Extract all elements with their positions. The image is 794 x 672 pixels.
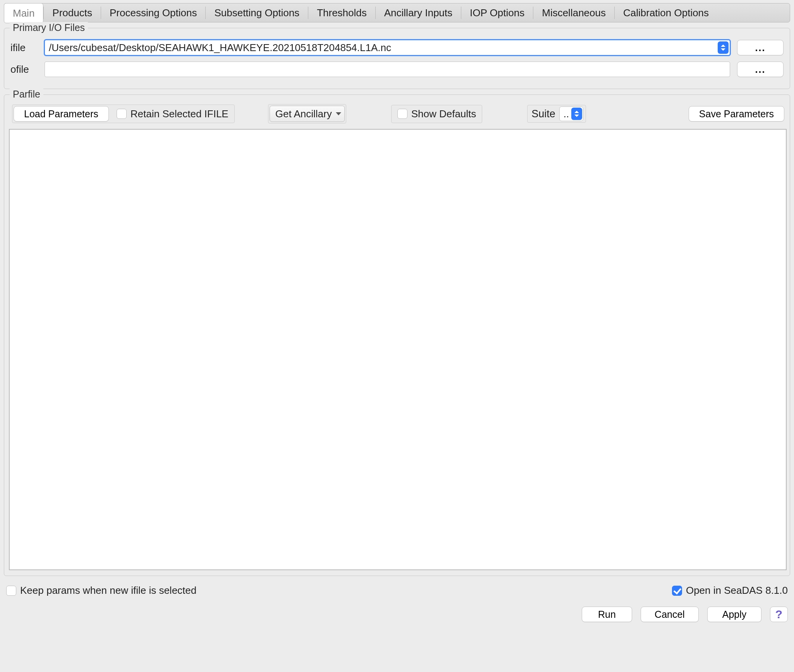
load-parameters-button[interactable]: Load Parameters	[14, 106, 109, 122]
primary-io-title: Primary I/O Files	[10, 22, 88, 33]
chevron-down-icon	[336, 112, 341, 115]
suite-dropdown-icon[interactable]	[571, 108, 582, 120]
tab-main[interactable]: Main	[4, 3, 43, 23]
ifile-browse-button[interactable]: ...	[737, 40, 784, 55]
primary-io-group: Primary I/O Files ifile ... ofile ...	[4, 28, 790, 89]
tab-subsetting-options[interactable]: Subsetting Options	[206, 3, 308, 22]
ofile-label: ofile	[10, 63, 38, 75]
tab-calibration-options[interactable]: Calibration Options	[615, 3, 717, 22]
open-seadas-checkbox[interactable]	[672, 586, 682, 596]
show-defaults-panel: Show Defaults	[391, 105, 483, 123]
tab-products[interactable]: Products	[44, 3, 101, 22]
load-retain-panel: Load Parameters Retain Selected IFILE	[12, 105, 235, 123]
tab-processing-options[interactable]: Processing Options	[101, 3, 205, 22]
ofile-browse-button[interactable]: ...	[737, 62, 784, 77]
tab-miscellaneous[interactable]: Miscellaneous	[533, 3, 614, 22]
get-ancillary-label: Get Ancillary	[275, 108, 332, 120]
ofile-input[interactable]	[45, 62, 730, 77]
ifile-input[interactable]	[45, 40, 730, 55]
show-defaults-checkbox-wrap[interactable]: Show Defaults	[393, 106, 481, 122]
tab-iop-options[interactable]: IOP Options	[461, 3, 533, 22]
dialog-root: Main Products Processing Options Subsett…	[0, 0, 794, 672]
parfile-group: Parfile Load Parameters Retain Selected …	[4, 94, 790, 576]
tab-thresholds[interactable]: Thresholds	[308, 3, 375, 22]
cancel-button[interactable]: Cancel	[641, 607, 699, 622]
bottom-row: Keep params when new ifile is selected O…	[6, 585, 788, 597]
suite-panel: Suite ..	[527, 105, 586, 123]
ofile-row: ofile ...	[10, 62, 784, 77]
keep-params-label: Keep params when new ifile is selected	[20, 585, 196, 597]
suite-select[interactable]: ..	[559, 106, 583, 121]
parfile-title: Parfile	[10, 89, 43, 100]
parfile-textarea[interactable]	[9, 129, 787, 570]
get-ancillary-panel: Get Ancillary	[268, 104, 346, 123]
show-defaults-checkbox[interactable]	[397, 109, 407, 119]
keep-params-checkbox[interactable]	[6, 586, 16, 596]
ifile-row: ifile ...	[10, 40, 784, 55]
open-seadas-checkbox-wrap[interactable]: Open in SeaDAS 8.1.0	[672, 585, 788, 597]
tab-bar: Main Products Processing Options Subsett…	[4, 3, 790, 22]
ifile-dropdown-icon[interactable]	[718, 41, 729, 54]
ifile-label: ifile	[10, 42, 38, 54]
keep-params-checkbox-wrap[interactable]: Keep params when new ifile is selected	[6, 585, 196, 597]
action-row: Run Cancel Apply ?	[4, 607, 788, 622]
tab-ancillary-inputs[interactable]: Ancillary Inputs	[376, 3, 461, 22]
apply-button[interactable]: Apply	[707, 607, 761, 622]
retain-ifile-checkbox-wrap[interactable]: Retain Selected IFILE	[117, 108, 229, 120]
help-button[interactable]: ?	[770, 607, 788, 622]
open-seadas-label: Open in SeaDAS 8.1.0	[686, 585, 788, 597]
suite-label: Suite	[531, 108, 555, 120]
ifile-combo[interactable]	[45, 40, 730, 55]
show-defaults-label: Show Defaults	[411, 108, 476, 120]
run-button[interactable]: Run	[582, 607, 632, 622]
retain-ifile-label: Retain Selected IFILE	[131, 108, 229, 120]
get-ancillary-dropdown[interactable]: Get Ancillary	[270, 106, 345, 122]
suite-value: ..	[564, 108, 569, 120]
retain-ifile-checkbox[interactable]	[117, 109, 127, 119]
parfile-controls: Load Parameters Retain Selected IFILE Ge…	[8, 100, 786, 129]
save-parameters-button[interactable]: Save Parameters	[689, 106, 784, 122]
